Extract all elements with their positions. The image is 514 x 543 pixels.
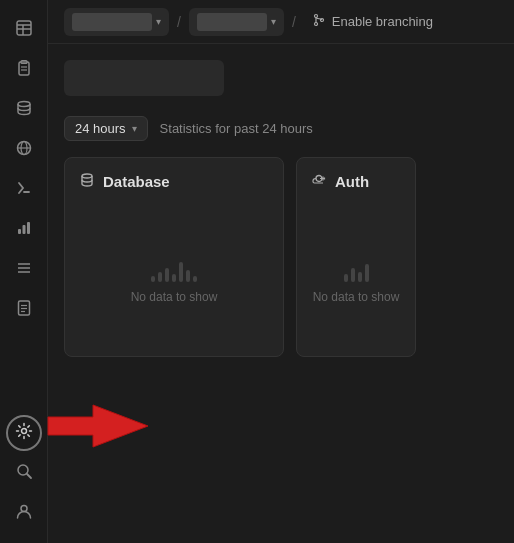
sidebar-item-clipboard[interactable] <box>6 52 42 88</box>
enable-branching-button[interactable]: Enable branching <box>304 9 441 34</box>
branch-icon <box>312 13 326 30</box>
project-name-box <box>72 13 152 31</box>
docs-icon <box>15 299 33 321</box>
svg-rect-13 <box>18 229 21 234</box>
search-icon <box>15 462 33 484</box>
project-name-bar <box>64 60 224 96</box>
stats-cards-row: Database No data to show <box>64 157 498 357</box>
database-chart-area: No data to show <box>79 203 269 342</box>
sidebar <box>0 0 48 543</box>
sidebar-item-settings[interactable] <box>6 415 42 451</box>
sidebar-item-user[interactable] <box>6 495 42 531</box>
svg-line-25 <box>27 474 31 478</box>
settings-icon <box>15 422 33 444</box>
branch-name-box <box>197 13 267 31</box>
svg-point-23 <box>21 429 26 434</box>
bar <box>344 274 348 282</box>
bar <box>358 272 362 282</box>
sidebar-item-logs[interactable] <box>6 252 42 288</box>
branch-selector[interactable]: ▾ <box>189 8 284 36</box>
auth-card: Auth No data to show <box>296 157 416 357</box>
auth-card-header: Auth <box>311 172 401 191</box>
auth-card-icon <box>311 172 327 191</box>
clipboard-icon <box>15 59 33 81</box>
separator: / <box>177 14 181 30</box>
chevron-down-icon: ▾ <box>156 16 161 27</box>
database-card: Database No data to show <box>64 157 284 357</box>
chevron-down-icon-2: ▾ <box>271 16 276 27</box>
enable-branching-label: Enable branching <box>332 14 433 29</box>
bar <box>151 276 155 282</box>
stats-description-label: Statistics for past 24 hours <box>160 121 313 136</box>
database-chart-bars <box>151 242 197 282</box>
svg-point-30 <box>82 174 92 178</box>
svg-rect-0 <box>17 21 31 35</box>
svg-point-26 <box>21 506 27 512</box>
auth-chart-area: No data to show <box>311 203 401 342</box>
database-no-data-label: No data to show <box>131 290 218 304</box>
globe-icon <box>15 139 33 161</box>
bar <box>179 262 183 282</box>
svg-point-8 <box>18 102 30 107</box>
table-icon <box>15 19 33 41</box>
bar <box>186 270 190 282</box>
storage-icon <box>15 99 33 121</box>
database-card-title: Database <box>103 173 170 190</box>
time-range-label: 24 hours <box>75 121 126 136</box>
content-area: 24 hours ▾ Statistics for past 24 hours <box>48 44 514 543</box>
sidebar-item-table[interactable] <box>6 12 42 48</box>
functions-icon <box>15 179 33 201</box>
database-card-icon <box>79 172 95 191</box>
project-selector[interactable]: ▾ <box>64 8 169 36</box>
reports-icon <box>15 219 33 241</box>
sidebar-item-functions[interactable] <box>6 172 42 208</box>
sidebar-item-storage[interactable] <box>6 92 42 128</box>
header: ▾ / ▾ / Enable branching <box>48 0 514 44</box>
auth-no-data-label: No data to show <box>313 290 400 304</box>
bar <box>365 264 369 282</box>
sidebar-item-reports[interactable] <box>6 212 42 248</box>
bar <box>172 274 176 282</box>
main-content: ▾ / ▾ / Enable branching <box>48 0 514 543</box>
chevron-down-icon-3: ▾ <box>132 123 137 134</box>
sidebar-item-globe[interactable] <box>6 132 42 168</box>
auth-chart-bars <box>344 242 369 282</box>
time-filter-row: 24 hours ▾ Statistics for past 24 hours <box>64 116 498 141</box>
separator-2: / <box>292 14 296 30</box>
bar <box>193 276 197 282</box>
sidebar-item-docs[interactable] <box>6 292 42 328</box>
svg-rect-15 <box>27 222 30 234</box>
user-icon <box>15 502 33 524</box>
svg-rect-14 <box>22 225 25 234</box>
bar <box>165 268 169 282</box>
bar <box>351 268 355 282</box>
sidebar-item-search[interactable] <box>6 455 42 491</box>
auth-card-title: Auth <box>335 173 369 190</box>
logs-icon <box>15 259 33 281</box>
time-range-selector[interactable]: 24 hours ▾ <box>64 116 148 141</box>
database-card-header: Database <box>79 172 269 191</box>
bar <box>158 272 162 282</box>
